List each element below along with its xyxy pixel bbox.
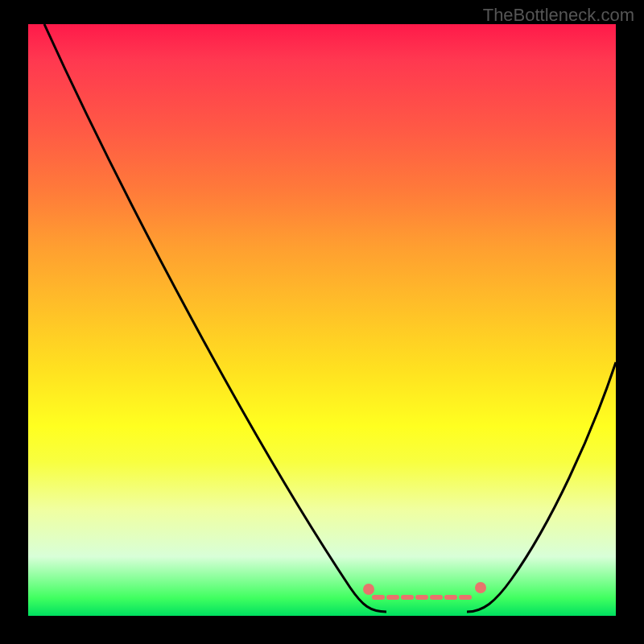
optimal-range-end-marker [475,582,486,593]
bottleneck-curve-left [44,24,386,612]
watermark-text: TheBottleneck.com [483,5,634,26]
optimal-range-start-marker [363,584,374,595]
plot-area [28,24,616,616]
bottleneck-curve-right [467,362,616,612]
bottleneck-curve-svg [28,24,616,616]
